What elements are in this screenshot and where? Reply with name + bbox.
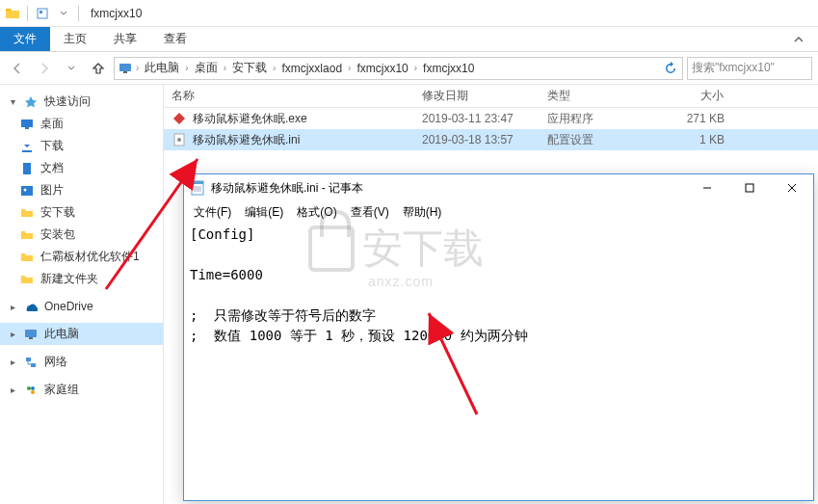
ribbon-tab-file[interactable]: 文件 <box>0 27 50 51</box>
network-icon <box>23 355 39 370</box>
col-size[interactable]: 大小 <box>646 88 732 104</box>
chevron-right-icon[interactable]: › <box>271 63 277 73</box>
column-headers: 名称 修改日期 类型 大小 <box>164 85 818 108</box>
ribbon-expand-icon[interactable] <box>779 27 818 51</box>
sidebar-item-renba[interactable]: 仁霸板材优化软件1 <box>0 246 163 268</box>
ribbon-tab-view[interactable]: 查看 <box>150 27 200 51</box>
breadcrumb-item[interactable]: fxmcjxx10 <box>353 62 411 75</box>
ribbon: 文件 主页 共享 查看 <box>0 27 818 52</box>
file-row[interactable]: 移动鼠标避免休眠.exe 2019-03-11 23:47 应用程序 271 K… <box>164 108 818 129</box>
breadcrumb-item[interactable]: fxmcjxx10 <box>419 62 478 75</box>
sidebar-item-documents[interactable]: 文档 <box>0 157 163 179</box>
sidebar-item-downloads[interactable]: 下载 <box>0 135 163 157</box>
chevron-right-icon[interactable]: ▸ <box>8 302 17 312</box>
chevron-right-icon[interactable]: › <box>183 63 190 73</box>
nav-recent-icon[interactable] <box>60 57 83 80</box>
pictures-icon <box>19 183 35 199</box>
ribbon-tab-home[interactable]: 主页 <box>50 27 100 51</box>
nav-up-icon[interactable] <box>87 57 110 80</box>
svg-rect-6 <box>23 163 31 174</box>
svg-rect-19 <box>192 181 203 184</box>
desktop-icon <box>19 117 35 132</box>
chevron-right-icon[interactable]: › <box>134 63 141 73</box>
col-date[interactable]: 修改日期 <box>414 88 540 104</box>
sidebar-item-pictures[interactable]: 图片 <box>0 179 163 201</box>
svg-rect-1 <box>40 11 42 13</box>
menu-view[interactable]: 查看(V) <box>345 202 395 223</box>
folder-icon <box>19 227 35 243</box>
file-name: 移动鼠标避免休眠.exe <box>193 111 307 127</box>
refresh-icon[interactable] <box>661 62 680 75</box>
file-date: 2019-03-11 23:47 <box>414 112 540 125</box>
breadcrumb-item[interactable]: fxmcjxxlaod <box>277 62 346 75</box>
breadcrumb-item[interactable]: 此电脑 <box>141 60 183 76</box>
sidebar-onedrive[interactable]: ▸ OneDrive <box>0 296 163 317</box>
svg-point-14 <box>31 390 35 394</box>
menu-help[interactable]: 帮助(H) <box>397 202 448 223</box>
file-row[interactable]: 移动鼠标避免休眠.ini 2019-03-18 13:57 配置设置 1 KB <box>164 129 818 150</box>
chevron-right-icon[interactable]: ▸ <box>8 385 17 395</box>
chevron-down-icon[interactable]: ▾ <box>8 96 17 107</box>
qat-dropdown-icon[interactable] <box>55 5 72 22</box>
folder-icon <box>19 272 35 287</box>
menu-format[interactable]: 格式(O) <box>291 202 342 223</box>
notepad-titlebar[interactable]: 移动鼠标避免休眠.ini - 记事本 <box>184 174 813 201</box>
file-type: 配置设置 <box>540 132 646 148</box>
svg-rect-24 <box>746 184 753 192</box>
sidebar-item-newfolder[interactable]: 新建文件夹 <box>0 268 163 290</box>
svg-rect-3 <box>123 71 127 73</box>
qat-properties-icon[interactable] <box>34 5 51 22</box>
navbar: › 此电脑 › 桌面 › 安下载 › fxmcjxxlaod › fxmcjxx… <box>0 52 818 85</box>
onedrive-icon <box>23 299 39 314</box>
chevron-right-icon[interactable]: › <box>412 63 419 73</box>
svg-rect-10 <box>29 337 33 339</box>
chevron-right-icon[interactable]: › <box>346 63 353 73</box>
nav-back-icon[interactable] <box>6 57 29 80</box>
sidebar-item-anxz[interactable]: 安下载 <box>0 201 163 224</box>
breadcrumb-pc-icon <box>117 62 134 75</box>
svg-point-13 <box>27 386 31 390</box>
chevron-right-icon[interactable]: ▸ <box>8 329 17 339</box>
breadcrumb-item[interactable]: 安下载 <box>228 60 271 76</box>
star-icon <box>23 94 39 110</box>
breadcrumb-item[interactable]: 桌面 <box>191 60 222 76</box>
svg-rect-11 <box>26 358 31 361</box>
folder-icon <box>4 5 21 22</box>
minimize-button[interactable] <box>686 174 728 201</box>
file-size: 1 KB <box>646 133 732 146</box>
notepad-window[interactable]: 移动鼠标避免休眠.ini - 记事本 文件(F) 编辑(E) 格式(O) 查看(… <box>183 173 814 501</box>
svg-rect-7 <box>21 186 33 196</box>
sidebar-homegroup[interactable]: ▸ 家庭组 <box>0 379 163 401</box>
file-size: 271 KB <box>646 112 732 125</box>
menu-edit[interactable]: 编辑(E) <box>239 202 289 223</box>
menu-file[interactable]: 文件(F) <box>188 202 237 223</box>
chevron-right-icon[interactable]: › <box>222 63 228 73</box>
document-icon <box>19 161 35 176</box>
sidebar-quick-access[interactable]: ▾ 快速访问 <box>0 91 163 113</box>
search-input[interactable]: 搜索"fxmcjxx10" <box>687 57 812 80</box>
col-type[interactable]: 类型 <box>540 88 646 104</box>
close-button[interactable] <box>771 174 813 201</box>
nav-forward-icon <box>33 57 56 80</box>
file-date: 2019-03-18 13:57 <box>414 133 540 146</box>
notepad-text-area[interactable]: [Config] Time=6000 ; 只需修改等于符号后的数字 ; 数值 1… <box>184 223 813 348</box>
sidebar-item-install[interactable]: 安装包 <box>0 224 163 246</box>
col-name[interactable]: 名称 <box>164 88 414 104</box>
sidebar-item-desktop[interactable]: 桌面 <box>0 113 163 135</box>
download-icon <box>19 139 35 154</box>
maximize-button[interactable] <box>728 174 771 201</box>
sidebar-network[interactable]: ▸ 网络 <box>0 351 163 373</box>
file-type: 应用程序 <box>540 111 646 127</box>
ribbon-tab-share[interactable]: 共享 <box>100 27 150 51</box>
ini-icon <box>172 132 187 147</box>
svg-rect-4 <box>21 119 33 127</box>
svg-rect-2 <box>119 64 131 71</box>
svg-rect-9 <box>25 330 37 337</box>
notepad-title: 移动鼠标避免休眠.ini - 记事本 <box>211 180 363 197</box>
chevron-right-icon[interactable]: ▸ <box>8 357 17 367</box>
breadcrumb[interactable]: › 此电脑 › 桌面 › 安下载 › fxmcjxxlaod › fxmcjxx… <box>114 57 683 80</box>
sidebar-thispc[interactable]: ▸ 此电脑 <box>0 323 163 345</box>
folder-icon <box>19 205 35 221</box>
file-name: 移动鼠标避免休眠.ini <box>193 132 300 148</box>
svg-point-8 <box>24 188 27 191</box>
